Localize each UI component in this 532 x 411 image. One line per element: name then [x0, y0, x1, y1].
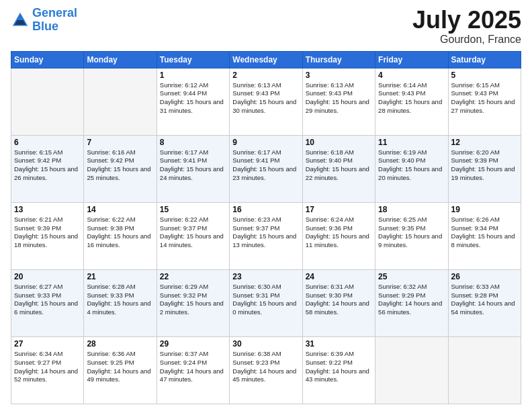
day-number: 17 [306, 205, 372, 214]
day-number: 20 [14, 272, 81, 281]
table-row: 27Sunrise: 6:34 AM Sunset: 9:27 PM Dayli… [11, 336, 84, 404]
col-tuesday: Tuesday [157, 51, 229, 68]
day-info: Sunrise: 6:12 AM Sunset: 9:44 PM Dayligh… [160, 81, 226, 116]
day-info: Sunrise: 6:20 AM Sunset: 9:39 PM Dayligh… [451, 148, 518, 183]
weekday-header-row: Sunday Monday Tuesday Wednesday Thursday… [11, 51, 521, 68]
day-info: Sunrise: 6:22 AM Sunset: 9:38 PM Dayligh… [87, 216, 153, 250]
day-number: 8 [160, 138, 226, 147]
day-number: 25 [378, 272, 445, 281]
table-row: 5Sunrise: 6:15 AM Sunset: 9:43 PM Daylig… [448, 68, 521, 135]
day-number: 16 [232, 205, 299, 214]
day-number: 24 [306, 272, 372, 281]
day-number: 10 [306, 138, 372, 147]
table-row: 1Sunrise: 6:12 AM Sunset: 9:44 PM Daylig… [157, 68, 229, 135]
day-number: 31 [306, 339, 372, 349]
table-row: 16Sunrise: 6:23 AM Sunset: 9:37 PM Dayli… [230, 202, 302, 269]
day-number: 5 [451, 71, 518, 80]
calendar-week-row: 13Sunrise: 6:21 AM Sunset: 9:39 PM Dayli… [11, 202, 521, 269]
logo: General Blue [11, 7, 77, 34]
col-monday: Monday [84, 51, 157, 68]
day-info: Sunrise: 6:21 AM Sunset: 9:39 PM Dayligh… [14, 216, 81, 250]
table-row: 10Sunrise: 6:18 AM Sunset: 9:40 PM Dayli… [302, 135, 375, 202]
title-block: July 2025 Gourdon, France [412, 7, 521, 46]
col-saturday: Saturday [448, 51, 521, 68]
day-number: 9 [232, 138, 299, 147]
table-row: 21Sunrise: 6:28 AM Sunset: 9:33 PM Dayli… [84, 269, 157, 336]
day-number: 4 [378, 71, 445, 80]
day-number: 28 [87, 339, 153, 349]
day-info: Sunrise: 6:19 AM Sunset: 9:40 PM Dayligh… [378, 148, 445, 183]
table-row: 13Sunrise: 6:21 AM Sunset: 9:39 PM Dayli… [11, 202, 84, 269]
table-row: 19Sunrise: 6:26 AM Sunset: 9:34 PM Dayli… [448, 202, 521, 269]
day-info: Sunrise: 6:30 AM Sunset: 9:31 PM Dayligh… [232, 283, 299, 317]
logo-icon [11, 11, 30, 30]
day-number: 27 [14, 339, 81, 349]
table-row: 14Sunrise: 6:22 AM Sunset: 9:38 PM Dayli… [84, 202, 157, 269]
calendar-table: Sunday Monday Tuesday Wednesday Thursday… [11, 51, 521, 404]
location-title: Gourdon, France [412, 34, 521, 46]
day-number: 2 [232, 71, 299, 80]
day-info: Sunrise: 6:37 AM Sunset: 9:24 PM Dayligh… [160, 350, 226, 384]
table-row: 29Sunrise: 6:37 AM Sunset: 9:24 PM Dayli… [157, 336, 229, 404]
day-info: Sunrise: 6:25 AM Sunset: 9:35 PM Dayligh… [378, 216, 445, 250]
day-info: Sunrise: 6:31 AM Sunset: 9:30 PM Dayligh… [306, 283, 372, 317]
calendar-week-row: 27Sunrise: 6:34 AM Sunset: 9:27 PM Dayli… [11, 336, 521, 404]
day-info: Sunrise: 6:16 AM Sunset: 9:42 PM Dayligh… [87, 148, 153, 183]
day-info: Sunrise: 6:38 AM Sunset: 9:23 PM Dayligh… [232, 350, 299, 384]
table-row: 31Sunrise: 6:39 AM Sunset: 9:22 PM Dayli… [302, 336, 375, 404]
day-info: Sunrise: 6:27 AM Sunset: 9:33 PM Dayligh… [14, 283, 81, 317]
month-title: July 2025 [412, 7, 521, 34]
table-row: 7Sunrise: 6:16 AM Sunset: 9:42 PM Daylig… [84, 135, 157, 202]
table-row [448, 336, 521, 404]
day-number: 23 [232, 272, 299, 281]
day-info: Sunrise: 6:22 AM Sunset: 9:37 PM Dayligh… [160, 216, 226, 250]
day-info: Sunrise: 6:32 AM Sunset: 9:29 PM Dayligh… [378, 283, 445, 317]
day-number: 26 [451, 272, 518, 281]
day-number: 15 [160, 205, 226, 214]
day-info: Sunrise: 6:36 AM Sunset: 9:25 PM Dayligh… [87, 350, 153, 384]
table-row: 25Sunrise: 6:32 AM Sunset: 9:29 PM Dayli… [375, 269, 448, 336]
day-info: Sunrise: 6:39 AM Sunset: 9:22 PM Dayligh… [306, 350, 372, 384]
table-row: 11Sunrise: 6:19 AM Sunset: 9:40 PM Dayli… [375, 135, 448, 202]
table-row: 12Sunrise: 6:20 AM Sunset: 9:39 PM Dayli… [448, 135, 521, 202]
page: General Blue July 2025 Gourdon, France S… [0, 0, 532, 411]
day-number: 3 [306, 71, 372, 80]
col-friday: Friday [375, 51, 448, 68]
table-row: 22Sunrise: 6:29 AM Sunset: 9:32 PM Dayli… [157, 269, 229, 336]
day-number: 12 [451, 138, 518, 147]
day-number: 22 [160, 272, 226, 281]
day-info: Sunrise: 6:13 AM Sunset: 9:43 PM Dayligh… [306, 81, 372, 116]
day-number: 14 [87, 205, 153, 214]
logo-general: General [32, 7, 77, 20]
table-row: 6Sunrise: 6:15 AM Sunset: 9:42 PM Daylig… [11, 135, 84, 202]
day-info: Sunrise: 6:17 AM Sunset: 9:41 PM Dayligh… [160, 148, 226, 183]
day-number: 13 [14, 205, 81, 214]
day-number: 1 [160, 71, 226, 80]
day-info: Sunrise: 6:15 AM Sunset: 9:43 PM Dayligh… [451, 81, 518, 116]
day-number: 21 [87, 272, 153, 281]
day-number: 19 [451, 205, 518, 214]
day-info: Sunrise: 6:23 AM Sunset: 9:37 PM Dayligh… [232, 216, 299, 250]
day-info: Sunrise: 6:34 AM Sunset: 9:27 PM Dayligh… [14, 350, 81, 384]
table-row: 17Sunrise: 6:24 AM Sunset: 9:36 PM Dayli… [302, 202, 375, 269]
table-row: 30Sunrise: 6:38 AM Sunset: 9:23 PM Dayli… [230, 336, 302, 404]
day-info: Sunrise: 6:17 AM Sunset: 9:41 PM Dayligh… [232, 148, 299, 183]
day-info: Sunrise: 6:29 AM Sunset: 9:32 PM Dayligh… [160, 283, 226, 317]
table-row: 8Sunrise: 6:17 AM Sunset: 9:41 PM Daylig… [157, 135, 229, 202]
table-row: 15Sunrise: 6:22 AM Sunset: 9:37 PM Dayli… [157, 202, 229, 269]
header: General Blue July 2025 Gourdon, France [11, 7, 521, 46]
day-info: Sunrise: 6:28 AM Sunset: 9:33 PM Dayligh… [87, 283, 153, 317]
table-row [11, 68, 84, 135]
table-row: 18Sunrise: 6:25 AM Sunset: 9:35 PM Dayli… [375, 202, 448, 269]
table-row: 23Sunrise: 6:30 AM Sunset: 9:31 PM Dayli… [230, 269, 302, 336]
day-number: 7 [87, 138, 153, 147]
table-row: 24Sunrise: 6:31 AM Sunset: 9:30 PM Dayli… [302, 269, 375, 336]
table-row: 26Sunrise: 6:33 AM Sunset: 9:28 PM Dayli… [448, 269, 521, 336]
day-info: Sunrise: 6:13 AM Sunset: 9:43 PM Dayligh… [232, 81, 299, 116]
table-row: 28Sunrise: 6:36 AM Sunset: 9:25 PM Dayli… [84, 336, 157, 404]
col-thursday: Thursday [302, 51, 375, 68]
day-number: 29 [160, 339, 226, 349]
day-info: Sunrise: 6:15 AM Sunset: 9:42 PM Dayligh… [14, 148, 81, 183]
day-info: Sunrise: 6:14 AM Sunset: 9:43 PM Dayligh… [378, 81, 445, 116]
col-sunday: Sunday [11, 51, 84, 68]
